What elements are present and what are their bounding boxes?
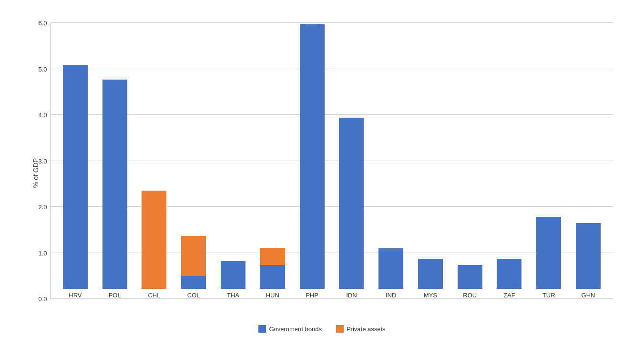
bar-item: ZAF [490, 23, 529, 299]
bar-item: IND [371, 23, 411, 299]
x-axis-label: IND [386, 292, 396, 299]
x-axis-label: GHN [582, 292, 595, 299]
bar-segment-gov [418, 259, 443, 289]
bar-stack [181, 236, 206, 289]
bar-segment-gov [576, 223, 601, 289]
bar-item: COL [174, 23, 214, 299]
legend-label: Government bonds [269, 326, 322, 333]
chart-container: % of GDP HRVPOLCHLCOLTHAHUNPHPIDNINDMYSR… [17, 9, 627, 337]
legend-item: Private assets [336, 325, 386, 333]
bar-item: POL [95, 23, 134, 299]
x-axis-label: COL [187, 292, 200, 299]
bar-item: IDN [332, 23, 371, 299]
bar-stack [300, 24, 325, 289]
y-tick-label: 1.0 [38, 249, 47, 256]
bar-segment-gov [63, 65, 88, 289]
bar-stack [576, 223, 601, 289]
legend-item: Government bonds [258, 325, 322, 333]
bars-group: HRVPOLCHLCOLTHAHUNPHPIDNINDMYSROUZAFTURG… [51, 23, 613, 299]
y-tick-label: 5.0 [38, 65, 47, 72]
bar-stack [378, 248, 403, 289]
chart-area: HRVPOLCHLCOLTHAHUNPHPIDNINDMYSROUZAFTURG… [51, 23, 613, 299]
x-axis-label: ZAF [503, 292, 515, 299]
y-tick-label: 2.0 [38, 204, 47, 211]
x-axis-label: HUN [266, 292, 279, 299]
bar-segment-private [142, 191, 166, 289]
bar-segment-gov [300, 24, 325, 289]
bar-item: TUR [529, 23, 569, 299]
bar-segment-gov [497, 259, 521, 289]
bar-item: THA [214, 23, 253, 299]
bar-segment-private [181, 236, 206, 276]
x-axis-label: ROU [463, 292, 477, 299]
bar-stack [142, 191, 166, 289]
bar-stack [458, 265, 482, 289]
bar-segment-gov [260, 265, 285, 289]
bar-stack [536, 217, 561, 289]
bar-stack [418, 259, 443, 289]
bar-stack [497, 259, 521, 289]
bar-item: HUN [253, 23, 292, 299]
x-axis-label: CHL [148, 292, 160, 299]
bar-segment-gov [536, 217, 561, 289]
bar-segment-gov [221, 261, 245, 289]
x-axis-label: POL [109, 292, 121, 299]
legend-color-box [336, 325, 344, 333]
bar-item: ROU [450, 23, 490, 299]
bar-stack [339, 118, 364, 289]
x-axis-label: HRV [69, 292, 82, 299]
legend-label: Private assets [347, 326, 386, 333]
legend-color-box [258, 325, 266, 333]
x-axis-label: IDN [346, 292, 357, 299]
bar-segment-gov [102, 80, 127, 289]
x-axis-label: MYS [424, 292, 437, 299]
x-axis-label: PHP [306, 292, 318, 299]
legend: Government bondsPrivate assets [17, 325, 627, 333]
bar-segment-private [260, 248, 285, 265]
bar-stack [102, 80, 127, 289]
bar-segment-gov [181, 276, 206, 289]
bar-segment-gov [339, 118, 364, 289]
x-axis-label: TUR [542, 292, 555, 299]
bar-stack [221, 261, 245, 289]
y-tick-label: 4.0 [38, 112, 47, 119]
y-tick-label: 3.0 [38, 157, 47, 164]
bar-stack [63, 65, 88, 289]
bar-item: PHP [292, 23, 332, 299]
bar-item: GHN [569, 23, 608, 299]
bar-segment-gov [458, 265, 482, 289]
bar-item: HRV [56, 23, 95, 299]
y-tick-label: 0.0 [38, 295, 47, 303]
bar-stack [260, 248, 285, 289]
bar-segment-gov [378, 248, 403, 289]
bar-item: MYS [411, 23, 450, 299]
x-axis-label: THA [227, 292, 239, 299]
bar-item: CHL [134, 23, 174, 299]
y-tick-label: 6.0 [38, 20, 47, 27]
